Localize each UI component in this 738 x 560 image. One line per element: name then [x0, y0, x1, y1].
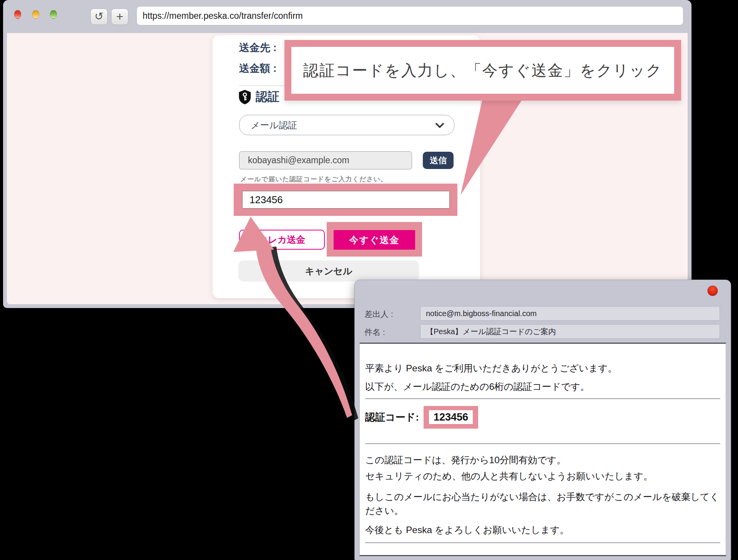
mail-code-value: 123456	[429, 410, 473, 424]
mail-divider	[365, 398, 720, 399]
mail-note-2: セキュリティのため、他の人と共有しないようお願いいたします。	[365, 469, 720, 483]
browser-toolbar: ↺ + https://member.peska.co/transfer/con…	[3, 0, 691, 33]
mail-closing: 今後とも Peska をよろしくお願いいたします。	[365, 523, 720, 537]
mail-divider	[365, 542, 720, 543]
code-input-highlight	[234, 184, 457, 216]
mail-greeting-2: 以下が、メール認証のための6桁の認証コードです。	[365, 380, 720, 394]
recipient-label: 送金先 :	[239, 41, 277, 55]
mail-code-highlight: 123456	[424, 406, 478, 429]
mail-note-3: もしこのメールにお心当たりがない場合は、お手数ですがこのメールを破棄してください…	[365, 490, 720, 518]
mail-subject-field: 【Peska】メール認証コードのご案内	[420, 324, 720, 339]
callout-tail	[434, 100, 527, 197]
tutorial-callout-text: 認証コードを入力し、「今すぐ送金」をクリック	[303, 60, 662, 81]
reload-button[interactable]: ↺	[90, 8, 108, 25]
tutorial-callout-inner: 認証コードを入力し、「今すぐ送金」をクリック	[291, 47, 674, 94]
shield-key-icon	[238, 89, 251, 104]
auth-heading-label: 認証	[256, 89, 279, 105]
mail-window: 差出人 : notice@m.bigboss-financial.com 件名 …	[354, 280, 731, 560]
mail-code-label: 認証コード:	[365, 411, 419, 424]
zoom-window-icon[interactable]	[50, 10, 57, 19]
mail-code-row: 認証コード: 123456	[365, 406, 720, 429]
mail-subject-label: 件名 :	[364, 327, 385, 338]
mail-from-label: 差出人 :	[364, 309, 393, 320]
mail-from-field: notice@m.bigboss-financial.com	[420, 306, 720, 321]
mail-divider	[365, 443, 720, 444]
auth-method-select[interactable]: メール認証	[239, 115, 454, 135]
mail-close-icon[interactable]	[707, 285, 718, 296]
email-field[interactable]	[239, 151, 412, 169]
mail-note-1: この認証コードは、発行から10分間有効です。	[365, 453, 720, 467]
auth-method-value: メール認証	[251, 115, 297, 135]
verification-code-input[interactable]	[242, 191, 450, 209]
transfer-now-button[interactable]: 今すぐ送金	[334, 230, 415, 250]
minimize-window-icon[interactable]	[32, 10, 39, 19]
close-window-icon[interactable]	[14, 10, 21, 19]
url-bar[interactable]: https://member.peska.co/transfer/confirm	[136, 6, 683, 25]
tutorial-callout: 認証コードを入力し、「今すぐ送金」をクリック	[284, 40, 681, 101]
mail-body: 平素より Peska をご利用いただきありがとうございます。 以下が、メール認証…	[359, 343, 726, 556]
mail-greeting-1: 平素より Peska をご利用いただきありがとうございます。	[365, 361, 720, 375]
amount-label: 送金額 :	[239, 61, 277, 75]
submit-button-highlight: 今すぐ送金	[327, 222, 422, 257]
credit-card-transfer-button[interactable]: クレカ送金	[239, 230, 325, 250]
cancel-button[interactable]: キャンセル	[238, 260, 419, 282]
code-hint-text: メールで届いた認証コードをご入力ください。	[240, 175, 387, 184]
auth-section-heading: 認証	[238, 89, 279, 105]
new-tab-button[interactable]: +	[111, 8, 128, 25]
